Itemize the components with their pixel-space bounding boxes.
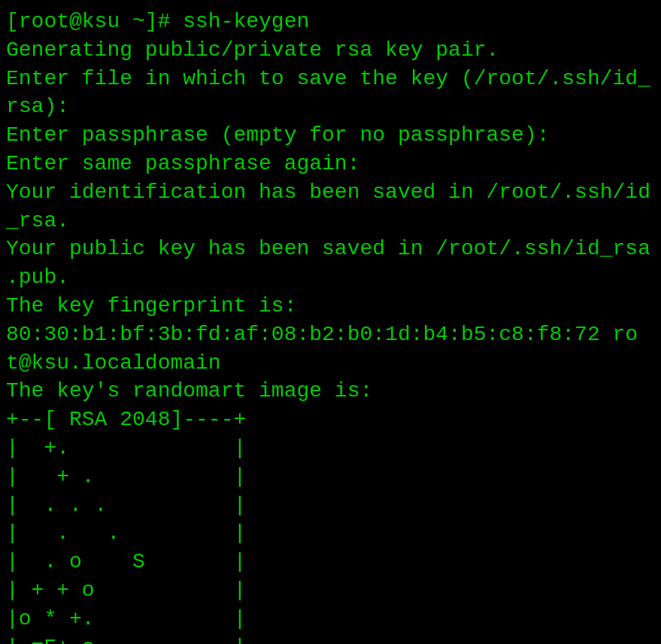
terminal-window: [root@ksu ~]# ssh-keygenGenerating publi…	[6, 8, 655, 644]
terminal-line: Enter passphrase (empty for no passphras…	[6, 121, 655, 150]
terminal-line: Enter file in which to save the key (/ro…	[6, 65, 655, 93]
terminal-line: Your identification has been saved in /r…	[6, 178, 655, 207]
terminal-line: The key fingerprint is:	[6, 292, 655, 320]
terminal-line: 80:30:b1:bf:3b:fd:af:08:b2:b0:1d:b4:b5:c…	[6, 320, 655, 349]
terminal-line: [root@ksu ~]# ssh-keygen	[6, 8, 655, 36]
terminal-line: rsa):	[6, 93, 655, 121]
terminal-line: _rsa.	[6, 207, 655, 235]
terminal-line: | . o S |	[6, 548, 655, 576]
terminal-line: |.=E+.o.. |	[6, 633, 655, 644]
terminal-line: | . . |	[6, 519, 655, 548]
terminal-line: | + . |	[6, 463, 655, 491]
terminal-line: t@ksu.localdomain	[6, 349, 655, 378]
terminal-line: | +. |	[6, 434, 655, 463]
terminal-line: | . . . |	[6, 491, 655, 520]
terminal-line: .pub.	[6, 263, 655, 292]
terminal-line: Your public key has been saved in /root/…	[6, 235, 655, 263]
terminal-line: | + + o |	[6, 576, 655, 605]
terminal-line: |o * +. |	[6, 605, 655, 633]
terminal-line: +--[ RSA 2048]----+	[6, 406, 655, 434]
terminal-line: Enter same passphrase again:	[6, 150, 655, 178]
terminal-line: The key's randomart image is:	[6, 377, 655, 406]
terminal-line: Generating public/private rsa key pair.	[6, 36, 655, 65]
